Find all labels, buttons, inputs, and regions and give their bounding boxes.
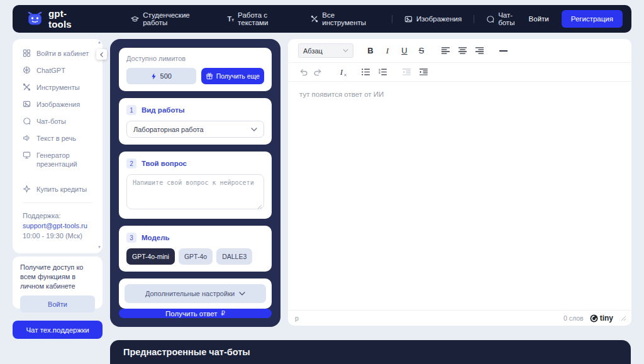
undo-button[interactable] — [297, 65, 311, 79]
align-center-button[interactable] — [455, 44, 469, 58]
paragraph-format-select[interactable]: Абзац — [298, 43, 353, 58]
advanced-settings-button[interactable]: Дополнительные настройки — [125, 284, 266, 303]
chevron-down-icon — [239, 292, 245, 295]
chevron-down-icon — [343, 49, 348, 52]
nav-login-link[interactable]: Войти — [529, 15, 549, 23]
nav-divider — [474, 15, 474, 23]
submit-button[interactable]: Получить ответ ₽ — [119, 309, 272, 318]
get-more-limits-button[interactable]: Получить еще — [201, 68, 264, 84]
advanced-settings-card: Дополнительные настройки — [119, 279, 272, 309]
nav-right: Войти Регистрация — [529, 10, 623, 28]
sidebar-item-tools[interactable]: Инструменты — [23, 83, 96, 92]
numbered-list-button[interactable] — [375, 65, 389, 79]
indent-button[interactable] — [416, 65, 430, 79]
word-count: 0 слов — [564, 314, 584, 322]
strikethrough-button[interactable]: S — [414, 44, 428, 58]
promo-login-button[interactable]: Войти — [20, 295, 95, 312]
speaker-icon — [23, 134, 31, 142]
brand-name: gpt-tools — [48, 8, 89, 30]
element-path[interactable]: p — [295, 314, 299, 322]
limits-card: Доступно лимитов 500 Получить еще — [119, 48, 272, 91]
sidebar-item-cabinet[interactable]: Войти в кабинет — [23, 49, 96, 58]
step-number-badge: 1 — [126, 105, 136, 115]
text-format-icon: Tт — [227, 15, 234, 23]
bold-button[interactable]: B — [364, 44, 377, 58]
nav-item-chatbots[interactable]: Чат-боты — [486, 11, 528, 26]
clear-formatting-button[interactable]: I× — [335, 65, 348, 79]
align-left-button[interactable] — [438, 44, 452, 58]
lightning-icon — [151, 73, 157, 80]
editor-content-area[interactable]: тут появится ответ от ИИ — [288, 82, 631, 107]
bullet-list-button[interactable] — [358, 65, 372, 79]
step-title: Вид работы — [142, 106, 185, 114]
register-button[interactable]: Регистрация — [562, 10, 623, 28]
model-chip-gpt4o-mini[interactable]: GPT-4o-mini — [126, 248, 175, 265]
brand[interactable]: gpt-tools — [26, 8, 89, 30]
nav-item-student-works[interactable]: Студенческие работы — [131, 11, 215, 26]
nav-item-all-tools[interactable]: Все инструменты — [311, 11, 380, 26]
sidebar-item-chatgpt[interactable]: ChatGPT — [23, 66, 96, 75]
promo-text: Получите доступ ко всем функциям в лично… — [20, 263, 95, 291]
sidebar-collapse-button[interactable] — [96, 49, 107, 60]
sidebar-item-buy-credits[interactable]: Купить кредиты — [23, 185, 96, 194]
chat-icon — [486, 15, 494, 23]
tiny-logo-icon — [590, 314, 598, 323]
nav-item-text-work[interactable]: Tт Работа с текстами — [227, 11, 299, 26]
outdent-button[interactable] — [399, 65, 413, 79]
horizontal-rule-button[interactable] — [496, 44, 510, 58]
limits-counter[interactable]: 500 — [126, 68, 196, 84]
step-number-badge: 3 — [126, 233, 136, 243]
model-chip-dalle3[interactable]: DALLE3 — [216, 248, 252, 265]
editor-resize-handle[interactable] — [621, 316, 626, 321]
work-type-card: 1 Вид работы Лабораторная работа — [119, 98, 272, 145]
italic-button[interactable]: I — [380, 44, 394, 58]
model-chip-gpt4o[interactable]: GPT-4o — [179, 248, 213, 265]
work-type-select[interactable]: Лабораторная работа — [126, 121, 264, 138]
redo-button[interactable] — [311, 65, 325, 79]
model-card: 3 Модель GPT-4o-mini GPT-4o DALLE3 — [119, 226, 272, 272]
sidebar-item-chatbots[interactable]: Чат-боты — [23, 117, 96, 126]
left-sidebar: Войти в кабинет ChatGPT Инструменты Изоб… — [13, 39, 103, 253]
sidebar-divider — [23, 202, 92, 203]
promo-card: Получите доступ ко всем функциям в лично… — [13, 256, 103, 309]
ruble-icon: ₽ — [221, 310, 225, 317]
question-card: 2 Твой вопрос — [119, 152, 272, 219]
graduation-cap-icon — [131, 15, 139, 23]
gift-icon — [206, 72, 213, 80]
chevron-down-icon — [251, 128, 257, 131]
tiny-logo[interactable]: tiny — [590, 314, 613, 323]
scrollbar-down-arrow[interactable]: ▼ — [97, 245, 101, 249]
tools-icon — [23, 83, 31, 91]
align-right-button[interactable] — [472, 44, 486, 58]
image-icon — [23, 100, 31, 108]
tools-icon — [311, 15, 318, 23]
image-icon — [404, 15, 413, 23]
request-form-panel: Доступно лимитов 500 Получить еще 1 Вид … — [110, 39, 280, 327]
sparkle-icon — [23, 185, 31, 193]
question-textarea[interactable] — [126, 174, 264, 209]
support-label: Поддержка: — [23, 211, 96, 221]
chatgpt-icon — [23, 66, 31, 74]
nav-menu: Студенческие работы Tт Работа с текстами… — [131, 11, 528, 26]
support-chat-button[interactable]: Чат тех.поддержки — [13, 321, 103, 339]
sidebar-item-presentation-generator[interactable]: Генератор презентаций — [23, 151, 96, 168]
robot-logo-icon — [26, 11, 43, 26]
limits-label: Доступно лимитов — [126, 55, 264, 62]
answer-editor: Абзац B I U S — [288, 39, 631, 326]
step-title: Твой вопрос — [142, 160, 187, 167]
underline-button[interactable]: U — [397, 44, 411, 58]
support-block: Поддержка: support@gpt-tools.ru 10:00 - … — [23, 211, 96, 241]
support-email-link[interactable]: support@gpt-tools.ru — [23, 221, 96, 231]
presentation-icon — [23, 151, 31, 159]
dashboard-icon — [23, 49, 31, 57]
sidebar-item-text-to-speech[interactable]: Текст в речь — [23, 134, 96, 143]
step-title: Модель — [142, 234, 170, 241]
editor-statusbar: p 0 слов tiny — [288, 310, 631, 326]
editor-toolbar-row1: Абзац B I U S — [288, 39, 631, 63]
top-navbar: gpt-tools Студенческие работы Tт Работа … — [13, 5, 631, 33]
textarea-resize-handle[interactable] — [257, 204, 262, 209]
preset-chatbots-section: Преднастроенные чат-боты — [110, 340, 631, 364]
sidebar-item-images[interactable]: Изображения — [23, 100, 96, 109]
nav-item-images[interactable]: Изображения — [404, 15, 462, 23]
scrollbar-up-arrow[interactable]: ▲ — [97, 40, 101, 44]
